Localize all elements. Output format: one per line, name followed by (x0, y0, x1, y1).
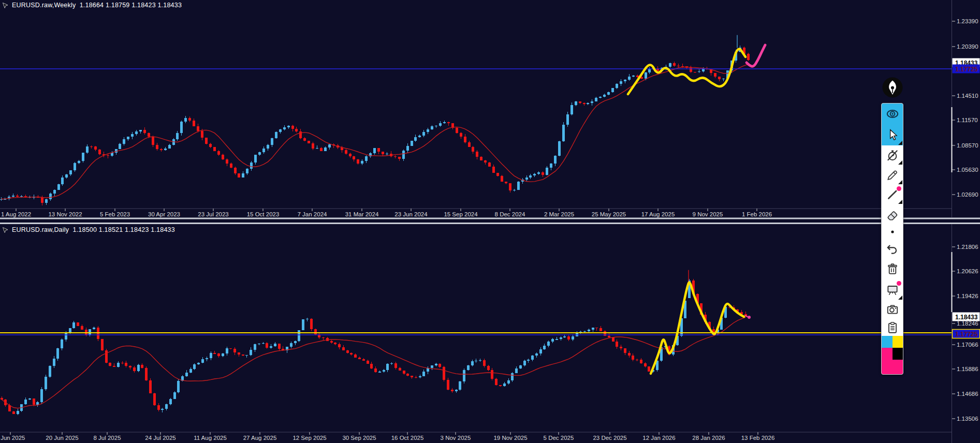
daily-title-text: EURUSD.raw,Daily 1.18500 1.18521 1.18423… (12, 226, 175, 233)
options-corner-indicator (898, 200, 902, 204)
tool-eraser-tool[interactable] (882, 204, 903, 225)
window-cursor-icon (3, 227, 8, 233)
window-cursor-icon (3, 3, 8, 8)
tool-panel (881, 103, 903, 375)
x-axis-label: 17 Aug 2025 (641, 211, 675, 217)
daily-window-title: EURUSD.raw,Daily 1.18500 1.18521 1.18423… (3, 226, 175, 233)
x-axis-label: 31 Mar 2024 (345, 211, 379, 217)
pencil-icon (886, 168, 899, 182)
options-corner-indicator (898, 180, 902, 184)
x-axis-label: 1 Aug 2022 (1, 211, 31, 217)
x-axis-label: 9 Nov 2025 (693, 211, 723, 217)
x-axis-label: 11 Aug 2025 (194, 435, 227, 441)
pen-nib-icon (882, 77, 903, 98)
pink-option-dot (897, 281, 901, 286)
window-separator[interactable] (0, 218, 980, 225)
tool-dot-size[interactable] (882, 225, 903, 239)
y-axis-label: 1.17066 (957, 342, 978, 348)
x-axis-label: 20 Jun 2025 (46, 435, 78, 441)
weekly-ma-line (1, 64, 748, 199)
tool-whiteboard[interactable] (882, 279, 903, 300)
x-axis-label: 5 Dec 2025 (544, 435, 574, 441)
y-axis-label: 1.20390 (957, 43, 978, 50)
x-axis-label: 12 Sep 2025 (292, 435, 326, 441)
price-box-label: 1.18433 (955, 314, 978, 321)
tool-pencil-tool[interactable] (882, 165, 903, 185)
options-corner-indicator (898, 141, 902, 145)
stopwatch-icon (886, 149, 899, 162)
color-swatch-cyan[interactable] (882, 336, 893, 348)
daily-plot-area[interactable] (0, 270, 952, 415)
y-axis-label: 1.14510 (957, 93, 978, 99)
y-axis-label: 1.08570 (957, 142, 978, 149)
eraser-icon (886, 208, 899, 222)
x-axis-label: 27 Aug 2025 (243, 435, 277, 441)
color-swatch-pink[interactable] (882, 348, 893, 360)
options-corner-indicator (898, 160, 902, 165)
active-color-indicator[interactable] (882, 360, 903, 374)
charts-canvas[interactable]: 1 Aug 202213 Nov 20225 Feb 202330 Apr 20… (0, 0, 980, 443)
x-axis-label: 19 Nov 2025 (493, 435, 527, 441)
y-axis-label: 1.21806 (957, 244, 978, 250)
x-axis-label: 24 Jul 2025 (145, 435, 175, 441)
color-swatch-yellow[interactable] (893, 336, 903, 348)
y-axis-label: 1.05630 (957, 167, 978, 173)
x-axis-label: 30 Sep 2025 (342, 435, 376, 441)
x-axis-label: 8 Dec 2024 (495, 211, 525, 217)
tool-screenshot[interactable] (882, 300, 903, 319)
x-axis-label: 13 Nov 2022 (48, 211, 82, 217)
x-axis-label: 25 May 2025 (592, 211, 626, 217)
weekly-x-axis: 1 Aug 202213 Nov 20225 Feb 202330 Apr 20… (0, 209, 952, 217)
eye-icon (886, 107, 899, 121)
y-axis-label: 1.19426 (957, 293, 978, 299)
tool-undo[interactable] (882, 239, 903, 259)
x-axis-label: 3 Nov 2025 (441, 435, 471, 441)
x-axis-label: 23 Jul 2023 (198, 211, 228, 217)
y-axis-label: 1.13506 (957, 416, 978, 422)
x-axis-label: 13 Feb 2026 (741, 435, 775, 441)
price-box-label: 1.17725 (955, 66, 978, 73)
daily-candlestick-series (1, 279, 747, 415)
x-axis-label: 16 Oct 2025 (391, 435, 424, 441)
pink-option-dot (897, 186, 901, 191)
tool-toggle-visibility[interactable] (882, 104, 903, 124)
tool-timer-disabled[interactable] (882, 145, 903, 165)
x-axis-label: 2 Mar 2025 (544, 211, 574, 217)
x-axis-label: 7 Jan 2024 (298, 211, 328, 217)
weekly-chart[interactable]: 1 Aug 202213 Nov 20225 Feb 202330 Apr 20… (0, 0, 980, 217)
price-box-label: 1.17725 (955, 331, 978, 338)
y-axis-label: 1.18246 (957, 320, 978, 327)
daily-x-axis: 4 Jun 202520 Jun 20258 Jul 202524 Jul 20… (0, 432, 952, 441)
y-axis-label: 1.02690 (957, 191, 978, 198)
tool-clear-all[interactable] (882, 259, 903, 279)
weekly-plot-area[interactable] (0, 35, 952, 205)
weekly-y-axis: 1.233901.203901.145101.115701.085701.056… (952, 0, 980, 217)
color-swatch-black[interactable] (893, 348, 903, 360)
trash-icon (886, 262, 899, 276)
tool-line-tool[interactable] (882, 185, 903, 204)
y-axis-label: 1.14686 (957, 391, 978, 397)
x-axis-label: 28 Jan 2026 (692, 435, 725, 441)
x-axis-label: 23 Dec 2025 (593, 435, 626, 441)
tool-select-cursor[interactable] (882, 124, 903, 145)
options-corner-indicator (898, 296, 902, 300)
y-axis-label: 1.23390 (957, 18, 978, 24)
color-swatches (882, 336, 903, 360)
trading-terminal: 1 Aug 202213 Nov 20225 Feb 202330 Apr 20… (0, 0, 980, 443)
x-axis-label: 30 Apr 2023 (148, 211, 180, 217)
undo-icon (886, 242, 899, 256)
x-axis-label: 15 Sep 2024 (444, 211, 478, 217)
daily-chart[interactable]: 4 Jun 202520 Jun 20258 Jul 202524 Jul 20… (0, 224, 980, 443)
daily-drawing-dot[interactable] (748, 316, 751, 319)
clipboard-icon (886, 321, 899, 334)
weekly-title-text: EURUSD.raw,Weekly 1.18664 1.18759 1.1842… (12, 2, 182, 9)
pen-tool-logo[interactable] (882, 77, 903, 100)
dot-icon (886, 225, 899, 239)
daily-ma-line (2, 317, 745, 408)
x-axis-label: 23 Jun 2024 (394, 211, 428, 217)
y-axis-label: 1.15886 (957, 366, 978, 372)
x-axis-label: 1 Feb 2026 (742, 211, 772, 217)
x-axis-label: 8 Jul 2025 (93, 435, 121, 441)
weekly-window-title: EURUSD.raw,Weekly 1.18664 1.18759 1.1842… (3, 2, 182, 9)
tool-clipboard[interactable] (882, 319, 903, 336)
